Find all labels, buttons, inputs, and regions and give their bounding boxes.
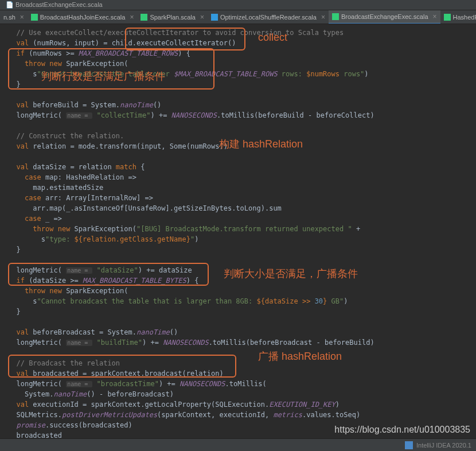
svg-rect-0 bbox=[31, 14, 38, 21]
code-line: val dataSize = relation match { bbox=[8, 162, 476, 172]
code-line: longMetric( name = "broadcastTime") += N… bbox=[8, 379, 476, 389]
code-line bbox=[8, 151, 476, 162]
code-line: case map: HashedRelation => bbox=[8, 172, 476, 182]
tab-sparkplan[interactable]: SparkPlan.scala× bbox=[137, 10, 208, 24]
scala-file-icon bbox=[31, 14, 38, 21]
code-line: val beforeBuild = System.nanoTime() bbox=[8, 100, 476, 110]
watermark: https://blog.csdn.net/u010003835 bbox=[334, 425, 470, 435]
code-line: val broadcasted = sparkContext.broadcast… bbox=[8, 368, 476, 379]
tab-optimizelocalshuffle[interactable]: OptimizeLocalShuffleReader.scala× bbox=[208, 10, 329, 24]
close-icon[interactable]: × bbox=[433, 13, 437, 21]
code-line: val executionId = sparkContext.getLocalP… bbox=[8, 399, 476, 410]
code-line: longMetric( name = "buildTime") += NANOS… bbox=[8, 337, 476, 348]
svg-rect-5 bbox=[405, 441, 413, 449]
scala-file-icon bbox=[444, 14, 451, 21]
code-line: throw new SparkException("[BUG] Broadcas… bbox=[8, 224, 476, 234]
code-line: throw new SparkException( bbox=[8, 286, 476, 296]
code-line: } bbox=[8, 244, 476, 255]
code-line: throw new SparkException( bbox=[8, 59, 476, 69]
tab-bar: n.sh× BroadcastHashJoinExec.scala× Spark… bbox=[0, 10, 476, 24]
code-line: case _ => bbox=[8, 213, 476, 224]
code-line: // Construct the relation. bbox=[8, 131, 476, 141]
code-line bbox=[8, 90, 476, 100]
code-line: // Broadcast the relation bbox=[8, 358, 476, 368]
code-line: arr.map(_.asInstanceOf[UnsafeRow].getSiz… bbox=[8, 203, 476, 213]
code-line: if (numRows >= MAX_BROADCAST_TABLE_ROWS)… bbox=[8, 48, 476, 59]
close-icon[interactable]: × bbox=[130, 13, 134, 21]
code-line: map.estimatedSize bbox=[8, 182, 476, 193]
code-line: case arr: Array[InternalRow] => bbox=[8, 193, 476, 203]
tab-hashedrelation[interactable]: HashedRelation.s bbox=[440, 10, 476, 24]
titlebar: 📄 BroadcastExchangeExec.scala bbox=[0, 0, 476, 10]
svg-rect-1 bbox=[141, 14, 147, 21]
svg-rect-4 bbox=[444, 14, 451, 21]
scala-file-icon bbox=[332, 13, 339, 20]
code-line: SQLMetrics.postDriverMetricUpdates(spark… bbox=[8, 410, 476, 420]
status-bar: IntelliJ IDEA 2020.1 bbox=[0, 438, 476, 451]
scala-file-icon bbox=[211, 14, 218, 21]
status-product: IntelliJ IDEA 2020.1 bbox=[416, 442, 471, 449]
code-line: s"Cannot broadcast the table that is lar… bbox=[8, 296, 476, 306]
code-line: longMetric( name = "collectTime") += NAN… bbox=[8, 110, 476, 120]
code-line: longMetric( name = "dataSize") += dataSi… bbox=[8, 265, 476, 275]
svg-rect-3 bbox=[332, 13, 339, 20]
code-editor[interactable]: // Use executeCollect/executeCollectIter… bbox=[0, 24, 476, 451]
code-line: System.nanoTime() - beforeBroadcast) bbox=[8, 389, 476, 399]
code-line: s"Cannot broadcast the table over $MAX_B… bbox=[8, 69, 476, 79]
intellij-icon bbox=[405, 441, 413, 449]
svg-rect-2 bbox=[211, 14, 218, 21]
code-line: if (dataSize >= MAX_BROADCAST_TABLE_BYTE… bbox=[8, 275, 476, 286]
code-line bbox=[8, 348, 476, 358]
code-line: val beforeBroadcast = System.nanoTime() bbox=[8, 327, 476, 337]
code-line bbox=[8, 120, 476, 131]
code-line: val (numRows, input) = child.executeColl… bbox=[8, 38, 476, 48]
close-icon[interactable]: × bbox=[321, 13, 325, 21]
tab-broadcastexchange[interactable]: BroadcastExchangeExec.scala× bbox=[329, 10, 440, 24]
code-line: } bbox=[8, 79, 476, 90]
scala-file-icon bbox=[141, 14, 147, 21]
close-icon[interactable]: × bbox=[20, 13, 24, 21]
tab-nsh[interactable]: n.sh× bbox=[0, 10, 28, 24]
code-line bbox=[8, 317, 476, 327]
code-line: s"type: ${relation.getClass.getName}") bbox=[8, 234, 476, 244]
code-line bbox=[8, 255, 476, 265]
close-icon[interactable]: × bbox=[200, 13, 204, 21]
code-line: val relation = mode.transform(input, Som… bbox=[8, 141, 476, 151]
tab-broadcasthashjoin[interactable]: BroadcastHashJoinExec.scala× bbox=[28, 10, 138, 24]
code-line: // Use executeCollect/executeCollectIter… bbox=[8, 28, 476, 38]
code-line: } bbox=[8, 306, 476, 317]
